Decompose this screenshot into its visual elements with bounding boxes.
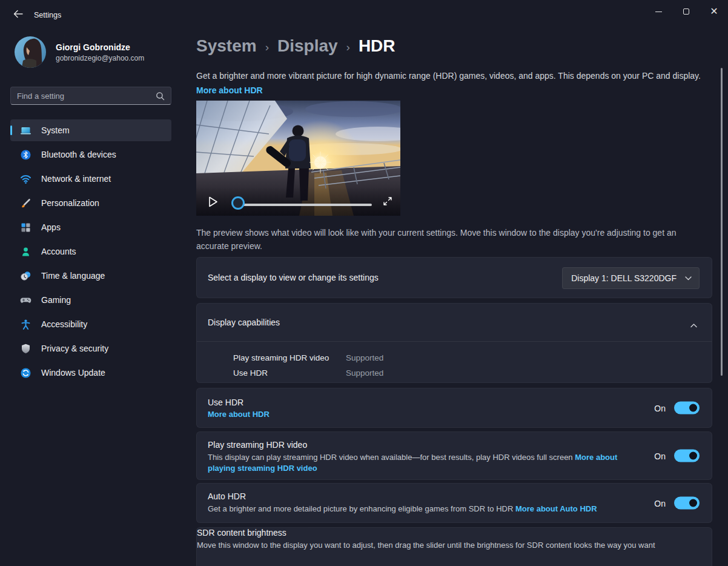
sidebar-item-windows-update[interactable]: Windows Update bbox=[10, 362, 171, 384]
video-controls bbox=[196, 187, 400, 216]
capability-value: Supported bbox=[346, 353, 383, 362]
toggle-knob bbox=[689, 404, 697, 412]
profile-section[interactable]: Giorgi Gobronidze gobronidzegio@yahoo.co… bbox=[15, 36, 144, 68]
seek-thumb[interactable] bbox=[231, 196, 245, 210]
more-about-hdr-link[interactable]: More about HDR bbox=[196, 84, 263, 96]
breadcrumb-display[interactable]: Display bbox=[277, 36, 338, 56]
sidebar: Giorgi Gobronidze gobronidzegio@yahoo.co… bbox=[0, 29, 182, 566]
preview-caption: The preview shows what video will look l… bbox=[196, 227, 687, 253]
breadcrumb-separator: › bbox=[265, 38, 269, 54]
play-icon bbox=[207, 196, 219, 208]
maximize-button[interactable] bbox=[672, 0, 700, 23]
sidebar-item-privacy-security[interactable]: Privacy & security bbox=[10, 338, 171, 359]
game-controller-icon bbox=[20, 295, 31, 306]
display-select-card: Select a display to view or change its s… bbox=[196, 257, 712, 298]
sidebar-item-label: Gaming bbox=[41, 295, 71, 305]
back-button[interactable] bbox=[7, 5, 29, 23]
play-streaming-desc-text: This display can play streaming HDR vide… bbox=[208, 453, 573, 462]
sdr-description: Move this window to the display you want… bbox=[197, 540, 712, 551]
page-title: HDR bbox=[359, 36, 395, 56]
more-about-auto-hdr-link[interactable]: More about Auto HDR bbox=[515, 504, 597, 513]
play-streaming-toggle[interactable] bbox=[674, 450, 700, 462]
sidebar-nav: System Bluetooth & devices bbox=[10, 119, 171, 386]
toggle-knob bbox=[689, 499, 697, 507]
more-about-hdr-link[interactable]: More about HDR bbox=[208, 410, 270, 419]
accessibility-person-icon bbox=[20, 319, 31, 330]
toggle-knob bbox=[689, 452, 697, 460]
use-hdr-toggle[interactable] bbox=[674, 402, 700, 415]
window-controls: ✕ bbox=[644, 0, 728, 23]
play-streaming-text: Play streaming HDR video This display ca… bbox=[208, 440, 632, 474]
hdr-video-preview[interactable] bbox=[196, 101, 400, 216]
sdr-brightness-card: SDR content brightness Move this window … bbox=[196, 527, 712, 566]
selection-indicator bbox=[10, 125, 12, 135]
breadcrumb: System › Display › HDR bbox=[196, 36, 395, 56]
shield-icon bbox=[20, 343, 31, 355]
sidebar-item-label: Accounts bbox=[41, 247, 76, 256]
chevron-down-icon bbox=[685, 276, 692, 281]
sidebar-item-label: Accessibility bbox=[41, 319, 87, 329]
sidebar-item-accessibility[interactable]: Accessibility bbox=[10, 313, 171, 335]
sidebar-item-accounts[interactable]: Accounts bbox=[10, 241, 171, 262]
use-hdr-card: Use HDR More about HDR On bbox=[196, 388, 712, 428]
fullscreen-button[interactable] bbox=[382, 196, 393, 209]
sidebar-item-label: Network & internet bbox=[41, 174, 111, 184]
toggle-state-label: On bbox=[654, 403, 666, 413]
sidebar-item-label: System bbox=[41, 125, 70, 135]
sidebar-item-gaming[interactable]: Gaming bbox=[10, 289, 171, 311]
titlebar: Settings ✕ bbox=[0, 0, 728, 29]
intro-text: Get a brighter and more vibrant picture … bbox=[196, 70, 705, 97]
capability-label: Play streaming HDR video bbox=[233, 353, 346, 362]
display-select-label: Select a display to view or change its s… bbox=[208, 273, 379, 282]
auto-hdr-text: Auto HDR Get a brighter and more detaile… bbox=[208, 491, 632, 514]
display-capabilities-title: Display capabilities bbox=[208, 318, 280, 327]
intro-description: Get a brighter and more vibrant picture … bbox=[196, 71, 701, 81]
play-streaming-description: This display can play streaming HDR vide… bbox=[208, 452, 632, 474]
toggle-state-label: On bbox=[654, 498, 666, 508]
chevron-up-icon bbox=[690, 324, 697, 328]
avatar bbox=[15, 36, 46, 68]
clock-globe-icon bbox=[20, 270, 31, 282]
toggle-state-label: On bbox=[654, 451, 666, 461]
use-hdr-text: Use HDR More about HDR bbox=[208, 396, 632, 419]
search-input[interactable] bbox=[17, 92, 156, 101]
sidebar-item-system[interactable]: System bbox=[10, 119, 171, 141]
sidebar-item-label: Privacy & security bbox=[41, 344, 108, 353]
sidebar-item-time-language[interactable]: Time & language bbox=[10, 265, 171, 287]
sidebar-item-label: Personalization bbox=[41, 198, 99, 208]
minimize-icon bbox=[655, 12, 662, 12]
capability-row: Use HDR Supported bbox=[233, 365, 712, 381]
sidebar-item-label: Time & language bbox=[41, 271, 105, 281]
display-select-dropdown[interactable]: Display 1: DELL S3220DGF bbox=[562, 267, 700, 289]
use-hdr-toggle-area: On bbox=[654, 402, 700, 415]
display-capabilities-body: Play streaming HDR video Supported Use H… bbox=[197, 341, 712, 381]
search-box[interactable] bbox=[10, 87, 171, 105]
collapse-button[interactable] bbox=[690, 319, 697, 330]
minimize-button[interactable] bbox=[644, 0, 672, 23]
close-button[interactable]: ✕ bbox=[700, 0, 728, 23]
auto-hdr-toggle[interactable] bbox=[674, 497, 700, 510]
update-icon bbox=[20, 367, 31, 379]
capability-value: Supported bbox=[346, 368, 383, 378]
sidebar-item-bluetooth-devices[interactable]: Bluetooth & devices bbox=[10, 144, 171, 165]
play-streaming-title: Play streaming HDR video bbox=[208, 440, 632, 450]
settings-window: Settings ✕ bbox=[0, 0, 728, 566]
profile-email: gobronidzegio@yahoo.com bbox=[56, 54, 144, 62]
seek-bar[interactable] bbox=[234, 204, 372, 206]
close-icon: ✕ bbox=[710, 7, 718, 16]
breadcrumb-separator: › bbox=[346, 38, 350, 54]
sidebar-item-personalization[interactable]: Personalization bbox=[10, 192, 171, 214]
vertical-scrollbar[interactable] bbox=[721, 68, 723, 376]
sidebar-item-network-internet[interactable]: Network & internet bbox=[10, 168, 171, 190]
apps-icon bbox=[20, 222, 31, 233]
wifi-icon bbox=[20, 173, 31, 185]
system-icon bbox=[20, 125, 31, 136]
breadcrumb-system[interactable]: System bbox=[196, 36, 257, 56]
auto-hdr-description: Get a brighter and more detailed picture… bbox=[208, 504, 632, 514]
fullscreen-icon bbox=[382, 196, 393, 207]
sidebar-item-apps[interactable]: Apps bbox=[10, 216, 171, 238]
sdr-title: SDR content brightness bbox=[197, 528, 712, 538]
play-button[interactable] bbox=[207, 196, 219, 210]
display-capabilities-header[interactable]: Display capabilities bbox=[197, 304, 712, 341]
bluetooth-icon bbox=[20, 149, 31, 161]
